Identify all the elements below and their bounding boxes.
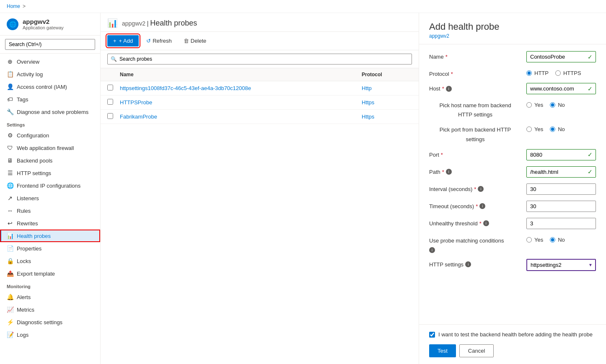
pick-port-yes-radio[interactable] [526, 126, 532, 132]
delete-button[interactable]: 🗑 Delete [179, 35, 211, 46]
name-field-wrap: ✓ [526, 51, 596, 62]
row-name: httpsettings1008fd37c-46c5-43ef-ae4a-3db… [120, 85, 362, 91]
protocol-http-option[interactable]: HTTP [526, 70, 549, 76]
http-settings-info-icon: i [465, 261, 471, 267]
sidebar-item-access-control[interactable]: 👤 Access control (IAM) [0, 80, 100, 93]
add-button[interactable]: + + Add [107, 35, 139, 46]
sidebar-item-backend-pools[interactable]: 🖥 Backend pools [0, 154, 100, 167]
sidebar-item-label: HTTP settings [17, 170, 51, 176]
required-indicator: * [479, 220, 482, 227]
sidebar-item-locks[interactable]: 🔒 Locks [0, 255, 100, 267]
port-input[interactable] [526, 149, 596, 160]
probe-matching-no-radio[interactable] [550, 237, 555, 243]
probe-matching-yes-radio[interactable] [526, 237, 532, 243]
probe-matching-yes-option[interactable]: Yes [526, 237, 543, 243]
timeout-info-icon: i [479, 203, 485, 209]
breadcrumb-home[interactable]: Home [7, 3, 20, 9]
form-body: Name * ✓ Protocol * [419, 44, 606, 324]
sidebar-item-listeners[interactable]: ↗ Listeners [0, 192, 100, 204]
interval-info-icon: i [478, 186, 484, 192]
table-row[interactable]: FabrikamProbe Https [101, 110, 419, 124]
pick-port-no-option[interactable]: No [550, 126, 565, 132]
sidebar-item-rewrites[interactable]: ↩ Rewrites [0, 217, 100, 230]
sidebar-item-waf[interactable]: 🛡 Web application firewall [0, 142, 100, 154]
http-settings-select[interactable]: httpsettings2 [526, 259, 596, 271]
pick-host-yes-option[interactable]: Yes [526, 102, 543, 108]
pick-port-no-label: No [558, 126, 565, 132]
path-input[interactable] [526, 166, 596, 178]
probe-panel: 📊 appgwv2 | Health probes + + Add ↺ [101, 13, 419, 364]
sidebar-search-input[interactable] [5, 39, 95, 50]
pick-host-radio-group: Yes No [526, 100, 596, 108]
pick-host-no-label: No [558, 102, 565, 108]
path-info-icon: i [446, 169, 452, 175]
probe-search-input[interactable] [107, 54, 412, 65]
sidebar-item-configuration[interactable]: ⚙ Configuration [0, 129, 100, 142]
pick-port-no-radio[interactable] [550, 126, 555, 132]
table-row[interactable]: httpsettings1008fd37c-46c5-43ef-ae4a-3db… [101, 81, 419, 96]
pick-port-yes-option[interactable]: Yes [526, 126, 543, 132]
row-checkbox-cell[interactable] [107, 85, 120, 92]
sidebar-item-diagnose[interactable]: 🔧 Diagnose and solve problems [0, 106, 100, 118]
http-settings-label: HTTP settings i [429, 259, 521, 268]
required-indicator: * [451, 71, 453, 77]
form-subtitle: appgwv2 [429, 33, 596, 39]
cancel-button[interactable]: Cancel [459, 344, 494, 357]
name-input[interactable] [526, 51, 596, 62]
sidebar-item-diagnostic-settings[interactable]: ⚡ Diagnostic settings [0, 316, 100, 328]
page-title: appgwv2 | Health probes [122, 19, 197, 28]
row-checkbox[interactable] [107, 85, 113, 90]
row-checkbox[interactable] [107, 113, 113, 119]
footer-checkbox-row: I want to test the backend health before… [429, 331, 596, 338]
protocol-http-radio[interactable] [526, 70, 532, 76]
sidebar-item-export-template[interactable]: 📤 Export template [0, 267, 100, 280]
sidebar-item-health-probes[interactable]: 📊 Health probes [0, 230, 100, 242]
timeout-input[interactable] [526, 201, 596, 212]
required-indicator: * [442, 85, 444, 92]
refresh-icon: ↺ [146, 38, 151, 44]
pick-port-yes-label: Yes [534, 126, 543, 132]
tags-icon: 🏷 [7, 96, 13, 103]
refresh-button[interactable]: ↺ Refresh [142, 35, 176, 46]
sidebar-item-rules[interactable]: ↔ Rules [0, 204, 100, 217]
probe-matching-no-label: No [558, 237, 565, 243]
row-checkbox-cell[interactable] [107, 113, 120, 120]
interval-input[interactable] [526, 183, 596, 195]
pick-host-no-option[interactable]: No [550, 102, 565, 108]
pick-host-row: Pick host name from backend HTTP setting… [429, 100, 596, 119]
test-backend-checkbox[interactable] [429, 332, 435, 338]
http-settings-select-wrap: httpsettings2 ▼ [526, 259, 596, 271]
sidebar-item-frontend-ip[interactable]: 🌐 Frontend IP configurations [0, 179, 100, 192]
name-label: Name * [429, 51, 521, 60]
sidebar-item-label: Properties [17, 245, 41, 252]
sidebar-item-activity-log[interactable]: 📋 Activity log [0, 68, 100, 80]
sidebar-item-properties[interactable]: 📄 Properties [0, 242, 100, 255]
sidebar-item-alerts[interactable]: 🔔 Alerts [0, 291, 100, 303]
protocol-radio-group: HTTP HTTPS [526, 68, 596, 76]
backend-pools-icon: 🖥 [7, 157, 13, 164]
unhealthy-input[interactable] [526, 218, 596, 229]
sidebar-item-label: Metrics [17, 307, 34, 313]
sidebar-item-overview[interactable]: ⊕ Overview [0, 55, 100, 68]
sidebar-item-label: Diagnose and solve problems [17, 109, 88, 115]
test-button[interactable]: Test [429, 344, 456, 357]
sidebar-item-label: Alerts [17, 294, 31, 300]
form-header: Add health probe appgwv2 [419, 13, 606, 44]
sidebar-item-metrics[interactable]: 📈 Metrics [0, 303, 100, 316]
sidebar-item-tags[interactable]: 🏷 Tags [0, 93, 100, 106]
protocol-https-option[interactable]: HTTPS [555, 70, 581, 76]
host-input[interactable] [526, 83, 596, 94]
main-split: 📊 appgwv2 | Health probes + + Add ↺ [101, 13, 606, 364]
probe-matching-no-option[interactable]: No [550, 237, 565, 243]
row-checkbox-cell[interactable] [107, 99, 120, 106]
test-backend-label: I want to test the backend health before… [438, 331, 593, 338]
pick-host-no-radio[interactable] [550, 102, 555, 108]
row-checkbox[interactable] [107, 99, 113, 105]
table-row[interactable]: HTTPSProbe Https [101, 96, 419, 110]
pick-host-yes-radio[interactable] [526, 102, 532, 108]
sidebar-nav: ⊕ Overview 📋 Activity log 👤 Access contr… [0, 54, 100, 364]
protocol-https-radio[interactable] [555, 70, 561, 76]
sidebar-item-label: Access control (IAM) [17, 84, 67, 90]
sidebar-item-http-settings[interactable]: ☰ HTTP settings [0, 167, 100, 179]
sidebar-item-logs[interactable]: 📝 Logs [0, 328, 100, 341]
